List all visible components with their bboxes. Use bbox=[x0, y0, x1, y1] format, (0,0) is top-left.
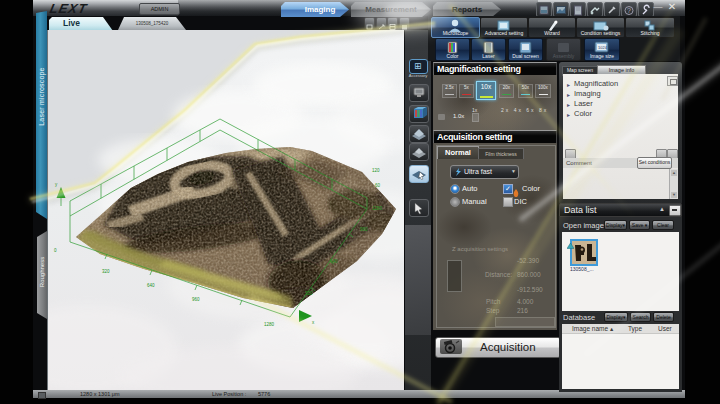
svg-text:320: 320 bbox=[305, 291, 313, 296]
svg-text:?: ? bbox=[627, 7, 631, 14]
svg-text:1280: 1280 bbox=[264, 322, 275, 327]
svg-text:960: 960 bbox=[360, 227, 368, 232]
svg-text:960: 960 bbox=[192, 297, 200, 302]
svg-text:1024: 1024 bbox=[598, 45, 608, 50]
svg-text:640: 640 bbox=[147, 283, 155, 288]
svg-text:320: 320 bbox=[102, 269, 110, 274]
svg-text:1280: 1280 bbox=[372, 206, 383, 211]
svg-text:640: 640 bbox=[330, 259, 338, 264]
svg-text:120: 120 bbox=[372, 168, 380, 173]
svg-text:60: 60 bbox=[375, 183, 381, 188]
